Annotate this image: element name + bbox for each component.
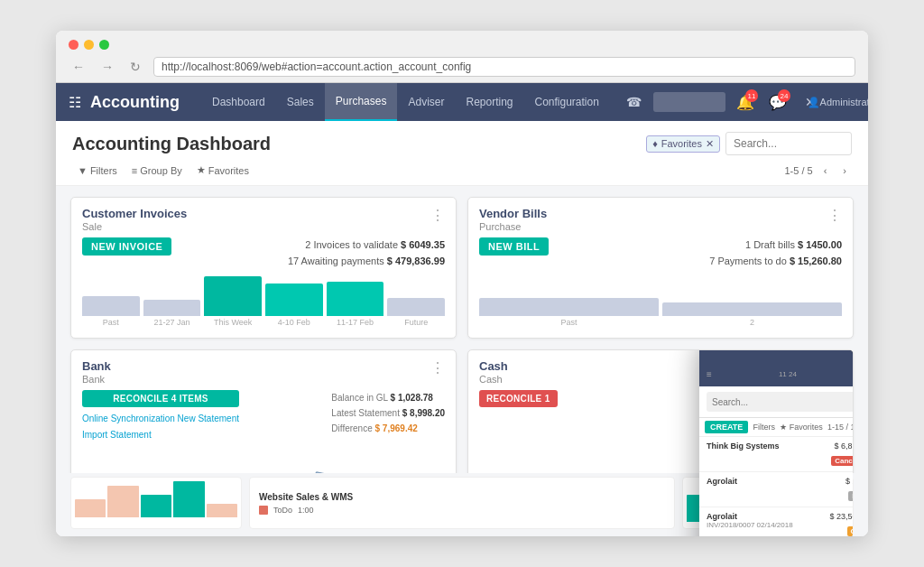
online-sync-link[interactable]: Online Synchronization New Statement xyxy=(82,411,239,427)
balance-gl-amount: $ 1,028.78 xyxy=(391,393,433,403)
nav-item-purchases[interactable]: Purchases xyxy=(325,83,398,121)
top-nav: ☷ Accounting Dashboard Sales Purchases A… xyxy=(56,83,868,121)
phone-search-bar xyxy=(699,386,854,418)
filters-button[interactable]: ▼ Filters xyxy=(72,163,123,178)
address-bar[interactable] xyxy=(153,57,855,77)
groupby-icon: ≡ xyxy=(132,165,137,176)
vendor-bills-chart: Past2 xyxy=(479,276,842,330)
bar-group: This Week xyxy=(204,276,262,327)
pagination-label: 1-5 / 5 xyxy=(784,165,812,176)
apps-grid-icon[interactable]: ☷ xyxy=(69,94,81,111)
cash-subtitle: Cash xyxy=(479,374,508,385)
new-bill-button[interactable]: NEW BILL xyxy=(479,237,549,256)
search-area: ♦ Favorites ✕ xyxy=(646,132,852,155)
phone-filters[interactable]: Filters xyxy=(753,423,776,432)
maximize-dot[interactable] xyxy=(99,40,109,50)
phone-nav: ≡ 11 24 👤 xyxy=(699,361,854,386)
nav-menu: Dashboard Sales Purchases Adviser Report… xyxy=(201,83,621,121)
todo-legend-dot xyxy=(259,506,268,515)
bank-reconcile-button[interactable]: RECONCILE 4 ITEMS xyxy=(82,390,239,407)
forward-button[interactable]: → xyxy=(97,58,117,76)
payments-to-do-label: 7 Payments to do xyxy=(709,256,787,266)
pagination-info: 1-5 / 5 ‹ › xyxy=(784,163,852,178)
phone-overlay: ☷ 🔔11 💬 ≡ 11 24 👤 xyxy=(699,349,854,536)
bank-action-row: RECONCILE 4 ITEMS Online Synchronization… xyxy=(82,390,445,443)
cash-title: Cash xyxy=(479,359,508,373)
todo-legend-label: ToDo xyxy=(273,506,292,515)
new-invoice-button[interactable]: NEW INVOICE xyxy=(82,237,171,256)
phone-favorites[interactable]: ★ Favorites xyxy=(780,423,823,432)
mini-chart-1 xyxy=(70,477,242,529)
browser-chrome: ← → ↻ xyxy=(56,31,868,83)
page-header: Accounting Dashboard ♦ Favorites ✕ ▼ Fil… xyxy=(56,121,868,186)
nav-item-configuration[interactable]: Configuration xyxy=(524,83,610,121)
customer-invoices-card: Customer Invoices Sale ⋮ NEW INVOICE 2 I… xyxy=(70,197,457,339)
phone-list: Think Big Systems $ 6,811.50 Cancelled A… xyxy=(699,437,854,536)
customer-invoices-title: Customer Invoices xyxy=(82,207,187,220)
favorites-tag[interactable]: ♦ Favorites ✕ xyxy=(646,135,720,153)
cash-reconcile-button[interactable]: RECONCILE 1 xyxy=(479,390,558,407)
mini-bar xyxy=(75,499,106,517)
phone-filter-row: CREATE Filters ★ Favorites 1-15 / 15 ‹ › xyxy=(699,418,854,437)
bar-group: 4-10 Feb xyxy=(265,284,323,327)
customer-invoices-subtitle: Sale xyxy=(82,221,187,232)
phone-list-item[interactable]: Agrolait INV/2018/0007 02/14/2018 $ 23,5… xyxy=(699,507,854,536)
notification-icon[interactable]: 🔔 11 xyxy=(733,89,758,115)
bar-group: Past xyxy=(479,298,659,327)
bank-subtitle: Bank xyxy=(82,374,111,385)
phone-search-input[interactable] xyxy=(707,392,854,412)
favorites-tag-label: Favorites xyxy=(661,138,702,149)
favorites-button[interactable]: ★ Favorites xyxy=(191,163,254,178)
customer-invoices-action-row: NEW INVOICE 2 Invoices to validate $ 604… xyxy=(82,237,445,269)
minimize-dot[interactable] xyxy=(84,40,94,50)
bar-group: Past xyxy=(82,296,140,327)
phone-list-item[interactable]: Think Big Systems $ 6,811.50 Cancelled xyxy=(699,437,854,472)
pagination-prev[interactable]: ‹ xyxy=(818,163,833,178)
draft-bills-label: 1 Draft bills xyxy=(745,239,795,250)
latest-stmt-label: Latest Statement xyxy=(331,408,400,418)
group-by-button[interactable]: ≡ Group By xyxy=(126,163,188,178)
phone-create-button[interactable]: CREATE xyxy=(705,421,748,433)
vendor-bills-stats: 1 Draft bills $ 1450.00 7 Payments to do… xyxy=(709,237,842,269)
customer-invoices-menu-icon[interactable]: ⋮ xyxy=(430,207,445,224)
pagination-next[interactable]: › xyxy=(837,163,852,178)
vendor-bills-header: Vendor Bills Purchase ⋮ xyxy=(468,198,853,237)
back-button[interactable]: ← xyxy=(69,58,88,76)
phone-content: CREATE Filters ★ Favorites 1-15 / 15 ‹ ›… xyxy=(699,386,854,536)
vendor-bills-menu-icon[interactable]: ⋮ xyxy=(827,207,842,224)
customer-invoices-stats: 2 Invoices to validate $ 6049.35 17 Awai… xyxy=(288,237,445,269)
latest-stmt-amount: $ 8,998.20 xyxy=(402,408,445,418)
nav-search-input[interactable] xyxy=(653,92,725,112)
bank-header: Bank Bank ⋮ xyxy=(71,350,456,390)
nav-item-reporting[interactable]: Reporting xyxy=(455,83,523,121)
website-sales-title: Website Sales & WMS xyxy=(259,492,665,502)
phone-icon[interactable]: ☎ xyxy=(621,89,646,115)
favorites-remove-icon[interactable]: ✕ xyxy=(706,138,714,150)
awaiting-payments-amount: $ 479,836.99 xyxy=(387,256,445,266)
close-dot[interactable] xyxy=(69,40,79,50)
search-input[interactable] xyxy=(725,132,852,155)
browser-window: ← → ↻ ☷ Accounting Dashboard Sales Purch… xyxy=(56,31,868,536)
mini-bar xyxy=(207,504,237,517)
browser-dots xyxy=(69,40,855,50)
filter-row: ▼ Filters ≡ Group By ★ Favorites 1-5 / 5… xyxy=(72,163,852,178)
customer-invoices-chart: Past21-27 JanThis Week4-10 Feb11-17 FebF… xyxy=(82,276,445,330)
import-statement-link[interactable]: Import Statement xyxy=(82,427,239,443)
bank-menu-icon[interactable]: ⋮ xyxy=(430,359,445,376)
awaiting-payments-label: 17 Awaiting payments xyxy=(288,256,384,266)
website-sales-legend: ToDo 1:00 xyxy=(259,506,665,515)
nav-right: ☎ 🔔 11 💬 24 ✕ 👤 Administrator xyxy=(621,89,855,115)
filter-icon: ▼ xyxy=(78,165,88,176)
app-container: ☷ Accounting Dashboard Sales Purchases A… xyxy=(56,83,868,536)
phone-list-item[interactable]: Agrolait $ 26.35 Draft xyxy=(699,472,854,507)
nav-item-adviser[interactable]: Adviser xyxy=(397,83,455,121)
chat-icon[interactable]: 💬 24 xyxy=(765,89,790,115)
reload-button[interactable]: ↻ xyxy=(126,58,144,76)
user-icon[interactable]: 👤 Administrator xyxy=(830,89,855,115)
vendor-bills-body: NEW BILL 1 Draft bills $ 1450.00 7 Payme… xyxy=(468,237,853,338)
bank-balance-info: Balance in GL $ 1,028.78 Latest Statemen… xyxy=(331,390,445,436)
chat-badge: 24 xyxy=(778,89,790,102)
nav-item-dashboard[interactable]: Dashboard xyxy=(201,83,276,121)
nav-item-sales[interactable]: Sales xyxy=(276,83,325,121)
mini-bar xyxy=(173,481,204,517)
